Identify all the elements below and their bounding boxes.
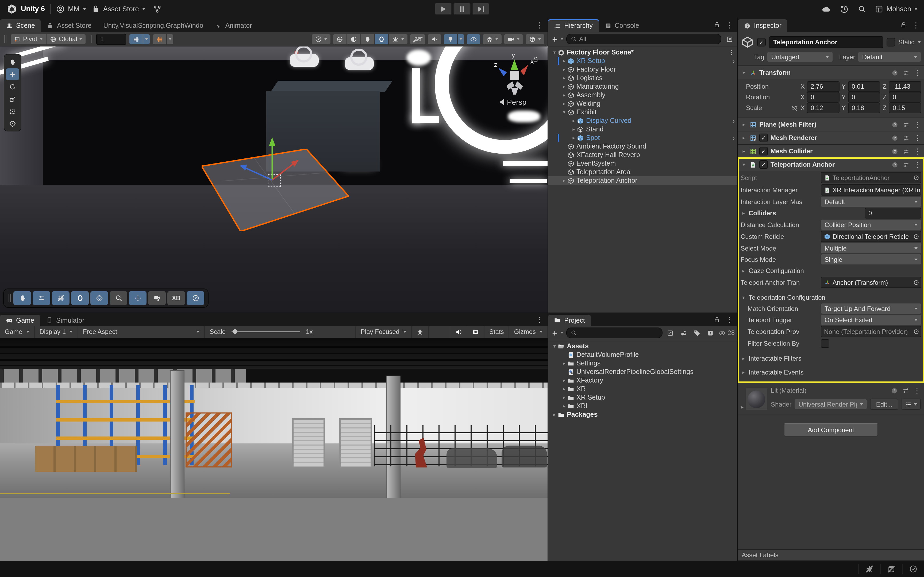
- static-checkbox[interactable]: [887, 38, 895, 47]
- lock-icon[interactable]: [713, 316, 720, 323]
- foldout-icon[interactable]: ▸: [741, 356, 746, 361]
- static-dropdown[interactable]: [918, 41, 921, 43]
- hierarchy-search-input[interactable]: All: [566, 34, 721, 44]
- lighting-dropdown[interactable]: [458, 34, 464, 44]
- tab-animator[interactable]: Animator: [209, 19, 258, 32]
- tab-graph-window[interactable]: Unity.VisualScripting.GraphWindo: [97, 19, 209, 32]
- hierarchy-item-manufacturing[interactable]: ▸ Manufacturing: [548, 82, 737, 91]
- interactable-filters-row[interactable]: ▸ Interactable Filters: [741, 353, 921, 363]
- overlay-tool-settings-button[interactable]: [32, 291, 50, 305]
- tab-asset-store[interactable]: Asset Store: [41, 19, 97, 32]
- shading-active-button[interactable]: [375, 34, 388, 44]
- scale-x-field[interactable]: 0.12: [807, 103, 839, 113]
- increment-snap-dropdown[interactable]: [167, 34, 173, 44]
- asset-store-menu[interactable]: Asset Store: [91, 5, 145, 13]
- open-search-window-button[interactable]: [665, 328, 675, 338]
- favorites-button[interactable]: [705, 328, 716, 338]
- kebab-icon[interactable]: ⋮: [914, 161, 921, 168]
- pause-button[interactable]: [454, 3, 470, 15]
- colliders-count-field[interactable]: 0: [865, 208, 921, 219]
- scale-slider-knob[interactable]: [233, 329, 237, 334]
- foldout-icon[interactable]: ▸: [561, 395, 567, 400]
- kebab-icon[interactable]: ⋮: [728, 48, 735, 56]
- overlay-hand-button[interactable]: [13, 291, 31, 305]
- foldout-icon[interactable]: ▾: [551, 50, 558, 55]
- material-preview[interactable]: [746, 388, 767, 410]
- debug-button[interactable]: [412, 326, 429, 338]
- pivot-dropdown[interactable]: Pivot: [11, 34, 46, 44]
- hidden-items-count[interactable]: 28: [719, 329, 735, 337]
- overlay-grid-button[interactable]: [52, 291, 69, 305]
- hand-tool-button[interactable]: [6, 56, 19, 68]
- foldout-icon[interactable]: ▸: [561, 361, 567, 366]
- move-tool-button[interactable]: [6, 68, 19, 80]
- foldout-icon[interactable]: ▾: [551, 344, 558, 348]
- overlay-move-button[interactable]: [129, 291, 147, 305]
- foldout-icon[interactable]: ▸: [741, 369, 746, 375]
- link-broken-icon[interactable]: [791, 105, 798, 111]
- object-picker-icon[interactable]: ⊙: [913, 327, 919, 335]
- lighting-toggle-button[interactable]: [444, 34, 457, 44]
- custom-reticle-field[interactable]: Directional Teleport Reticle ⊙: [821, 231, 921, 242]
- interaction-layer-dropdown[interactable]: Default: [821, 197, 921, 207]
- hierarchy-item-exhibit[interactable]: ▾ Exhibit: [548, 108, 737, 116]
- foldout-icon[interactable]: ▸: [570, 127, 577, 132]
- game-audio-button[interactable]: [450, 326, 467, 338]
- tab-console[interactable]: Console: [599, 19, 645, 32]
- play-focus-dropdown[interactable]: Play Focused: [355, 326, 412, 338]
- create-button[interactable]: ＋: [551, 34, 564, 44]
- filter-by-type-button[interactable]: [678, 328, 689, 338]
- foldout-icon[interactable]: ▸: [570, 135, 577, 140]
- foldout-icon[interactable]: ▸: [570, 118, 577, 123]
- version-control-icon[interactable]: [153, 5, 162, 13]
- transform-header[interactable]: ▾ Transform ? ⋮: [738, 66, 924, 79]
- kebab-icon[interactable]: ⋮: [913, 387, 921, 394]
- persp-toggle[interactable]: Persp: [499, 98, 527, 106]
- hierarchy-scene-root[interactable]: ▾ Factory Floor Scene* ⋮: [548, 48, 737, 56]
- interaction-manager-field[interactable]: # XR Interaction Manager (XR In ⊙: [821, 184, 921, 195]
- teleportation-provider-field[interactable]: None (Teleportation Provider) ⊙: [821, 326, 921, 337]
- orientation-dropdown[interactable]: Global: [46, 34, 86, 44]
- component-enabled-checkbox[interactable]: [759, 160, 768, 169]
- kebab-icon[interactable]: ⋮: [912, 21, 920, 29]
- distance-calculation-dropdown[interactable]: Collider Position: [821, 219, 921, 230]
- toolbar-grip[interactable]: [4, 35, 6, 43]
- foldout-icon[interactable]: ▸: [561, 84, 567, 89]
- foldout-icon[interactable]: ▸: [741, 122, 747, 127]
- asset-labels-bar[interactable]: Asset Labels: [738, 549, 924, 561]
- presets-icon[interactable]: [903, 161, 909, 168]
- shader-dropdown[interactable]: Universal Render Pipe: [795, 399, 867, 409]
- shading-solid-button[interactable]: [361, 34, 374, 44]
- colliders-row[interactable]: ▸ Colliders 0: [741, 208, 921, 219]
- move-gizmo[interactable]: [235, 134, 305, 185]
- layer-dropdown[interactable]: Default: [858, 52, 921, 62]
- rotation-x-field[interactable]: 0: [807, 92, 839, 103]
- help-icon[interactable]: ?: [892, 161, 898, 168]
- game-viewport[interactable]: [0, 338, 548, 561]
- filter-selection-checkbox[interactable]: [821, 339, 829, 348]
- search-icon[interactable]: [858, 5, 866, 13]
- history-icon[interactable]: [840, 4, 849, 14]
- hierarchy-item-stand[interactable]: ▸ Stand: [548, 125, 737, 134]
- scale-y-field[interactable]: 0.18: [848, 103, 880, 113]
- display-dropdown[interactable]: Display 1: [34, 326, 78, 338]
- presets-icon[interactable]: [903, 121, 909, 128]
- grid-snap-dropdown[interactable]: [144, 34, 150, 44]
- kebab-icon[interactable]: ⋮: [914, 69, 921, 76]
- foldout-icon[interactable]: ▸: [561, 101, 567, 106]
- help-icon[interactable]: ?: [892, 148, 898, 155]
- project-item-assets[interactable]: ▾ Assets: [548, 342, 737, 350]
- hierarchy-item-assembly[interactable]: ▸ Assembly: [548, 91, 737, 99]
- rotate-tool-button[interactable]: [6, 81, 19, 92]
- focus-mode-dropdown[interactable]: Single: [821, 254, 921, 264]
- prefab-open-arrow[interactable]: ›: [732, 117, 735, 124]
- foldout-icon[interactable]: ▸: [561, 93, 567, 97]
- object-picker-icon[interactable]: ⊙: [913, 232, 919, 240]
- aspect-dropdown[interactable]: Free Aspect: [78, 326, 205, 338]
- project-search-input[interactable]: [566, 327, 662, 338]
- tab-project[interactable]: Project: [548, 315, 591, 326]
- teleport-anchor-transform-field[interactable]: Anchor (Transform) ⊙: [821, 277, 921, 288]
- kebab-icon[interactable]: ⋮: [914, 121, 921, 128]
- play-button[interactable]: [435, 3, 452, 15]
- project-item-xr-setup[interactable]: ▸ XR Setup: [548, 393, 737, 402]
